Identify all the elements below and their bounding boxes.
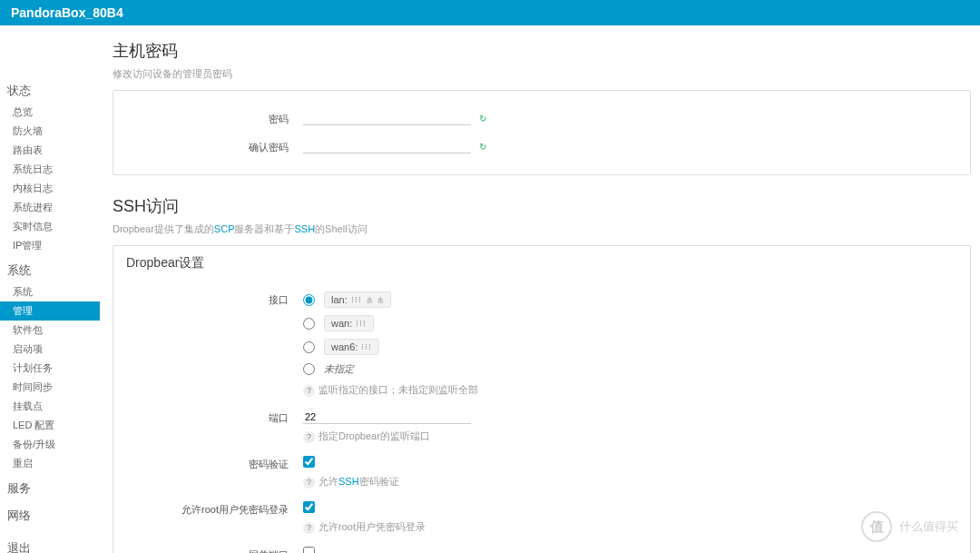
port-icon: ⁝⁝⁝ — [356, 319, 367, 328]
nav-system-7[interactable]: LED 配置 — [0, 416, 100, 435]
iface-option-lan[interactable]: lan: ⁝⁝⁝ ⋔ ⋔ — [303, 291, 957, 308]
dropbear-panel: Dropbear设置 接口 lan: ⁝⁝⁝ ⋔ ⋔ — [113, 245, 971, 553]
ssh-title: SSH访问 — [113, 195, 971, 217]
ssh-subtitle: Dropbear提供了集成的SCP服务器和基于SSH的Shell访问 — [113, 222, 971, 236]
password-input[interactable] — [303, 111, 471, 125]
nav-system-5[interactable]: 时间同步 — [0, 378, 100, 397]
wifi-icon: ⋔ — [366, 295, 373, 305]
help-icon: ? — [303, 522, 315, 534]
nav-system-8[interactable]: 备份/升级 — [0, 435, 100, 454]
refresh-icon-2[interactable]: ↻ — [479, 142, 486, 152]
root-pw-hint: ?允许root用户凭密码登录 — [303, 520, 957, 534]
pw-auth-hint: ?允许SSH密码验证 — [303, 475, 957, 489]
nav-status-4[interactable]: 内核日志 — [0, 179, 100, 198]
port-icon: ⁝⁝⁝ — [361, 342, 372, 351]
root-pw-checkbox[interactable] — [303, 501, 315, 513]
help-icon: ? — [303, 431, 315, 443]
confirm-password-input[interactable] — [303, 139, 471, 153]
ssh-link-2[interactable]: SSH — [338, 476, 359, 487]
wifi-icon-2: ⋔ — [377, 295, 384, 305]
scp-link[interactable]: SCP — [214, 223, 235, 234]
nav-system-6[interactable]: 挂载点 — [0, 397, 100, 416]
iface-option-wan[interactable]: wan: ⁝⁝⁝ — [303, 315, 957, 331]
app-title: PandoraBox_80B4 — [11, 5, 123, 20]
nav-system-2[interactable]: 软件包 — [0, 321, 100, 340]
iface-radio-none[interactable] — [303, 363, 315, 375]
gateway-checkbox[interactable] — [303, 547, 315, 553]
sidebar: 状态 总览 防火墙 路由表 系统日志 内核日志 系统进程 实时信息 IP管理 系… — [0, 25, 100, 553]
nav-system-admin[interactable]: 管理 — [0, 301, 100, 321]
iface-option-wan6[interactable]: wan6: ⁝⁝⁝ — [303, 339, 957, 355]
host-pw-title: 主机密码 — [113, 40, 971, 62]
pw-auth-checkbox[interactable] — [303, 456, 315, 468]
label-confirm-password: 确认密码 — [126, 139, 303, 154]
iface-badge-lan: lan: ⁝⁝⁝ ⋔ ⋔ — [324, 291, 391, 308]
iface-none-label: 未指定 — [324, 362, 354, 376]
label-password: 密码 — [126, 111, 303, 126]
dropbear-heading: Dropbear设置 — [113, 246, 970, 272]
refresh-icon[interactable]: ↻ — [479, 114, 486, 123]
host-pw-panel: 密码 ↻ 确认密码 ↻ — [113, 90, 971, 175]
nav-cat-service[interactable]: 服务 — [0, 477, 100, 500]
nav-system-3[interactable]: 启动项 — [0, 340, 100, 359]
nav-cat-status[interactable]: 状态 — [0, 79, 100, 103]
nav-status-0[interactable]: 总览 — [0, 103, 100, 122]
iface-radio-lan[interactable] — [303, 294, 315, 306]
nav-cat-network[interactable]: 网络 — [0, 504, 100, 528]
label-port: 端口 — [126, 410, 303, 425]
nav-status-5[interactable]: 系统进程 — [0, 198, 100, 217]
iface-radio-wan[interactable] — [303, 318, 315, 330]
nav-system-9[interactable]: 重启 — [0, 454, 100, 473]
nav-status-1[interactable]: 防火墙 — [0, 122, 100, 141]
label-root-pw: 允许root用户凭密码登录 — [126, 501, 303, 517]
iface-hint: ?监听指定的接口；未指定则监听全部 — [303, 383, 957, 397]
nav-status-3[interactable]: 系统日志 — [0, 160, 100, 179]
iface-option-none[interactable]: 未指定 — [303, 362, 957, 376]
port-icon: ⁝⁝⁝ — [351, 295, 362, 304]
iface-badge-wan6: wan6: ⁝⁝⁝ — [324, 339, 379, 355]
label-interface: 接口 — [126, 291, 303, 307]
ssh-link[interactable]: SSH — [294, 223, 315, 234]
nav-status-2[interactable]: 路由表 — [0, 141, 100, 160]
header-bar: PandoraBox_80B4 — [0, 0, 980, 25]
help-icon: ? — [303, 477, 315, 489]
nav-cat-system[interactable]: 系统 — [0, 259, 100, 282]
nav-status-6[interactable]: 实时信息 — [0, 217, 100, 236]
port-hint: ?指定Dropbear的监听端口 — [303, 430, 957, 443]
nav-status-7[interactable]: IP管理 — [0, 236, 100, 255]
label-gateway: 网关端口 — [126, 547, 303, 553]
host-pw-subtitle: 修改访问设备的管理员密码 — [113, 67, 971, 81]
iface-badge-wan: wan: ⁝⁝⁝ — [324, 315, 374, 331]
nav-system-4[interactable]: 计划任务 — [0, 359, 100, 378]
help-icon: ? — [303, 385, 315, 397]
nav-system-0[interactable]: 系统 — [0, 282, 100, 301]
iface-radio-wan6[interactable] — [303, 341, 315, 353]
port-input[interactable] — [303, 410, 471, 424]
main-content: 主机密码 修改访问设备的管理员密码 密码 ↻ 确认密码 ↻ — [100, 25, 980, 553]
nav-logout[interactable]: 退出 — [0, 537, 100, 553]
label-pw-auth: 密码验证 — [126, 456, 303, 471]
